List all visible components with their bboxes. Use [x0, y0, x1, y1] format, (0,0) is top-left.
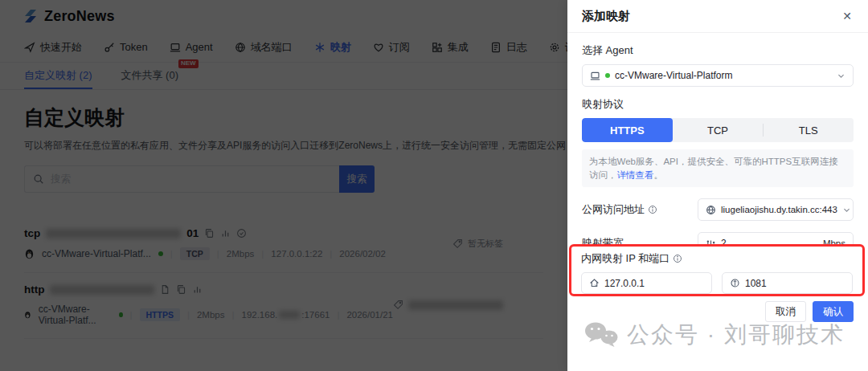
port-input-wrap: [722, 272, 853, 294]
add-mapping-drawer: 添加映射 ✕ 选择 Agent cc-VMware-Virtual-Platfo…: [567, 0, 868, 371]
ip-input-wrap: [581, 272, 712, 294]
info-icon: [673, 254, 682, 263]
intranet-inputs: [581, 272, 853, 294]
modal-backdrop[interactable]: [0, 0, 568, 371]
protocol-option-tcp[interactable]: TCP: [673, 118, 764, 142]
drawer-header: 添加映射 ✕: [567, 0, 868, 33]
info-icon: [648, 205, 657, 214]
chevron-down-icon: [842, 206, 851, 214]
app-window: ZeroNews 快速开始 Token Agent 域名端口 映射: [0, 0, 868, 371]
intranet-ip-input[interactable]: [604, 278, 704, 289]
protocol-hint: 为本地Web服务、API，提供安全、可靠的HTTPS互联网连接访问，详情查看。: [582, 149, 854, 187]
protocol-option-tls[interactable]: TLS: [763, 118, 854, 142]
public-address-label: 公网访问地址: [582, 202, 657, 217]
online-status-dot: [605, 73, 610, 78]
wechat-icon: [583, 320, 619, 349]
agent-select[interactable]: cc-VMware-Virtual-Platform: [582, 64, 854, 87]
watermark: 公众号 · 刘哥聊技术: [583, 320, 845, 350]
agent-select-value: cc-VMware-Virtual-Platform: [615, 70, 832, 81]
agent-field-label: 选择 Agent: [582, 43, 854, 58]
protocol-segmented-control: HTTPS TCP TLS: [582, 118, 854, 142]
intranet-label: 内网映射 IP 和端口: [581, 251, 853, 266]
public-address-select[interactable]: liugeliaojishu.dy.takin.cc:443: [698, 198, 854, 221]
protocol-field-label: 映射协议: [582, 97, 854, 112]
chevron-down-icon: [837, 71, 845, 80]
drawer-title: 添加映射: [582, 9, 630, 24]
public-address-value: liugeliaojishu.dy.takin.cc:443: [721, 205, 837, 214]
watermark-text: 公众号 · 刘哥聊技术: [627, 320, 845, 350]
port-icon: [730, 278, 740, 288]
laptop-icon: [590, 71, 600, 81]
protocol-option-https[interactable]: HTTPS: [582, 118, 673, 142]
public-address-row: 公网访问地址 liugeliaojishu.dy.takin.cc:443: [582, 198, 854, 221]
highlight-annotation-box: 内网映射 IP 和端口: [569, 244, 865, 296]
close-icon[interactable]: ✕: [841, 9, 854, 23]
globe-icon: [706, 205, 716, 215]
intranet-port-input[interactable]: [745, 278, 845, 289]
details-link[interactable]: 详情查看: [617, 170, 654, 180]
house-icon: [589, 278, 600, 288]
